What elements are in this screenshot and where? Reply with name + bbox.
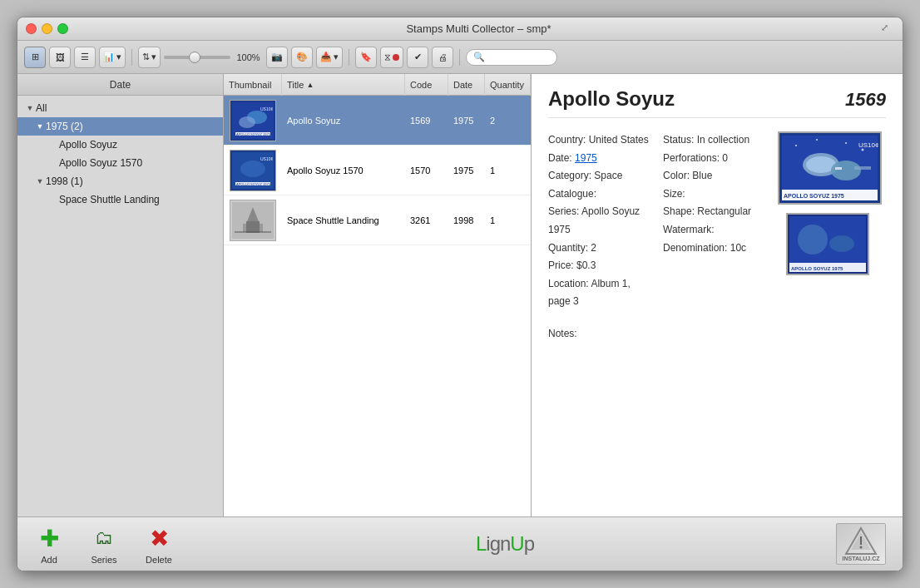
zoom-slider-container bbox=[164, 56, 230, 59]
tree-item-space-shuttle[interactable]: Space Shuttle Landing bbox=[17, 190, 223, 209]
svg-point-25 bbox=[845, 142, 847, 144]
stamp-thumbnail-1: APOLLO SOYUZ 1975 US10¢ bbox=[230, 100, 276, 141]
svg-text:APOLLO SOYUZ 1975: APOLLO SOYUZ 1975 bbox=[236, 132, 271, 136]
detail-location: Location: Album 1, page 3 bbox=[548, 275, 650, 311]
list-rows: APOLLO SOYUZ 1975 US10¢ Apollo Soyuz 156… bbox=[224, 96, 531, 516]
bottom-logo: LignUp bbox=[199, 532, 811, 556]
traffic-lights bbox=[26, 23, 68, 34]
tree-item-1998[interactable]: ▼ 1998 (1) bbox=[17, 172, 223, 190]
tree-item-apollo-soyuz[interactable]: Apollo Soyuz bbox=[17, 136, 223, 154]
code-cell-2: 1570 bbox=[405, 164, 448, 177]
tree-label-apollo: Apollo Soyuz bbox=[59, 139, 117, 151]
maximize-button[interactable] bbox=[57, 23, 68, 34]
series-button[interactable]: 🗂 Series bbox=[89, 523, 119, 565]
tree-label-1975: 1975 (2) bbox=[46, 121, 83, 132]
delete-button[interactable]: ✖ Delete bbox=[144, 523, 174, 565]
logo-highlight: L bbox=[476, 532, 486, 555]
detail-country: Country: United States bbox=[548, 131, 650, 150]
print-button[interactable]: 🖨 bbox=[432, 47, 453, 68]
search-input[interactable]: 🔍 bbox=[466, 49, 557, 66]
main-window: Stamps Multi Collector – smp* ⤢ ⊞ 🖼 ☰ 📊 … bbox=[17, 17, 903, 571]
date-cell-2: 1975 bbox=[448, 164, 485, 177]
camera-icon: 📷 bbox=[271, 52, 283, 62]
add-label: Add bbox=[41, 555, 57, 565]
detail-catalogue: Catalogue: bbox=[548, 185, 650, 204]
col-header-title[interactable]: Title ▲ bbox=[282, 74, 405, 96]
detail-images: APOLLO SOYUZ 1975 US10¢ APOLLO SOYUZ 197… bbox=[778, 131, 886, 339]
stamp-button[interactable]: 🔖 bbox=[355, 47, 377, 68]
detail-color: Color: Blue bbox=[663, 167, 764, 185]
col-header-date[interactable]: Date bbox=[448, 74, 485, 96]
list-item[interactable]: APOLLO SOYUZ 1975 US10¢ Apollo Soyuz 156… bbox=[224, 96, 531, 146]
svg-rect-31 bbox=[835, 167, 842, 170]
tree-label-apollo1570: Apollo Soyuz 1570 bbox=[59, 157, 142, 169]
col-header-thumbnail[interactable]: Thumbnail bbox=[224, 74, 282, 96]
instaluj-watermark: INSTALUJ.CZ bbox=[836, 523, 886, 565]
svg-marker-17 bbox=[243, 224, 246, 232]
col-header-code[interactable]: Code bbox=[405, 74, 448, 96]
svg-text:APOLLO SOYUZ 1975: APOLLO SOYUZ 1975 bbox=[784, 193, 844, 199]
sort-button[interactable]: ⇅ ▾ bbox=[138, 47, 161, 68]
detail-date: Date: 1975 bbox=[548, 150, 650, 168]
titlebar: Stamps Multi Collector – smp* ⤢ bbox=[17, 17, 903, 41]
color-icon: 🎨 bbox=[296, 52, 308, 62]
tree-label-1998: 1998 (1) bbox=[46, 175, 83, 187]
list-item[interactable]: APOLLO SOYUZ 1975 US10¢ Apollo Soyuz 157… bbox=[224, 146, 531, 195]
check-icon: ✔ bbox=[414, 52, 422, 62]
search-icon: 🔍 bbox=[473, 52, 485, 62]
title-cell-3: Space Shuttle Landing bbox=[282, 214, 405, 227]
import-button[interactable]: 📥 ▾ bbox=[316, 47, 343, 68]
svg-point-23 bbox=[795, 145, 797, 146]
tree-item-apollo-soyuz-1570[interactable]: Apollo Soyuz 1570 bbox=[17, 154, 223, 172]
list-item[interactable]: Space Shuttle Landing 3261 1998 1 bbox=[224, 195, 531, 245]
tree-item-all[interactable]: ▼ All bbox=[17, 99, 223, 117]
zoom-slider-thumb[interactable] bbox=[189, 52, 200, 63]
color-button[interactable]: 🎨 bbox=[291, 47, 313, 68]
detail-header: Apollo Soyuz 1569 bbox=[548, 87, 886, 118]
col-header-quantity[interactable]: Quantity bbox=[485, 74, 531, 96]
svg-point-37 bbox=[798, 225, 828, 254]
tree-label-shuttle: Space Shuttle Landing bbox=[59, 194, 160, 205]
tree-item-1975[interactable]: ▼ 1975 (2) bbox=[17, 117, 223, 136]
svg-point-24 bbox=[816, 139, 818, 141]
date-cell-3: 1998 bbox=[448, 214, 485, 227]
separator-3 bbox=[459, 49, 460, 66]
detail-body: Country: United States Date: 1975 Catego… bbox=[548, 131, 886, 339]
title-cell-2: Apollo Soyuz 1570 bbox=[282, 164, 405, 177]
filter-button[interactable]: ⧖ bbox=[380, 47, 403, 68]
detail-view-button[interactable]: ☰ bbox=[74, 47, 96, 68]
detail-notes-label: Notes: bbox=[548, 328, 577, 339]
detail-size: Size: bbox=[663, 185, 764, 204]
zoom-slider[interactable] bbox=[164, 56, 230, 59]
list-panel: Thumbnail Title ▲ Code Date Quantity bbox=[224, 74, 532, 516]
detail-date-link[interactable]: 1975 bbox=[575, 152, 597, 164]
tree-toggle-shuttle bbox=[47, 194, 59, 205]
col-date-label: Date bbox=[453, 80, 472, 90]
series-label: Series bbox=[91, 555, 116, 565]
minimize-button[interactable] bbox=[42, 23, 52, 34]
svg-text:US10¢: US10¢ bbox=[858, 141, 878, 149]
dropdown-arrow: ▾ bbox=[116, 52, 121, 62]
col-qty-label: Quantity bbox=[490, 80, 524, 90]
detail-panel: Apollo Soyuz 1569 Country: United States… bbox=[532, 74, 903, 516]
qty-cell-3: 1 bbox=[485, 214, 531, 227]
detail-info-table: Country: United States Date: 1975 Catego… bbox=[548, 131, 764, 311]
col-thumb-label: Thumbnail bbox=[229, 80, 271, 90]
thumb-cell-3 bbox=[224, 196, 282, 245]
list-view-button[interactable]: 🖼 bbox=[49, 47, 71, 68]
close-button[interactable] bbox=[26, 23, 37, 34]
list-header: Thumbnail Title ▲ Code Date Quantity bbox=[224, 74, 531, 96]
photo-button[interactable]: 📷 bbox=[266, 47, 288, 68]
grid-view-button[interactable]: ⊞ bbox=[24, 47, 46, 68]
sort-arrow-title: ▲ bbox=[306, 81, 314, 89]
svg-point-38 bbox=[829, 235, 854, 252]
add-button[interactable]: ✚ Add bbox=[34, 523, 64, 565]
check-button[interactable]: ✔ bbox=[407, 47, 428, 68]
window-title: Stamps Multi Collector – smp* bbox=[77, 22, 881, 35]
report-button[interactable]: 📊 ▾ bbox=[99, 47, 126, 68]
svg-rect-19 bbox=[246, 221, 260, 233]
tree-container: ▼ All ▼ 1975 (2) Apollo Soyuz Apollo Soy… bbox=[17, 96, 223, 516]
stamp-thumbnail-2: APOLLO SOYUZ 1975 US10¢ bbox=[230, 150, 276, 191]
lines-icon: ☰ bbox=[81, 52, 89, 62]
expand-icon[interactable]: ⤢ bbox=[881, 22, 894, 36]
